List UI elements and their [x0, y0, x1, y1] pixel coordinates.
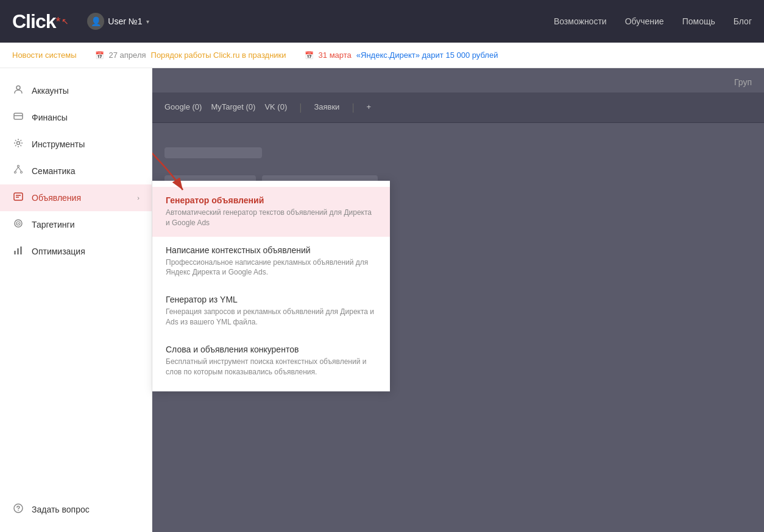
sidebar-item-semantics[interactable]: Семантика — [0, 158, 152, 184]
targeting-icon — [12, 219, 24, 231]
sidebar: Аккаунты Финансы Инструменты — [0, 68, 152, 532]
user-menu-chevron-icon: ▾ — [146, 18, 149, 25]
optimization-icon — [12, 245, 24, 257]
top-nav-links: Возможности Обучение Помощь Блог — [554, 16, 752, 26]
dropdown-item-competitors[interactable]: Слова и объявления конкурентов Бесплатны… — [152, 336, 390, 386]
ads-chevron-icon: › — [137, 194, 140, 201]
main-layout: Аккаунты Финансы Инструменты — [0, 68, 764, 532]
content-header: Google (0) MyTarget (0) VK (0) | Заявки … — [152, 93, 764, 123]
svg-rect-9 — [14, 193, 23, 200]
dropdown-item-generator[interactable]: Генератор объявлений Автоматический гене… — [152, 187, 390, 237]
nav-learning[interactable]: Обучение — [625, 16, 664, 26]
dropdown-item-generator-title: Генератор объявлений — [166, 195, 377, 205]
news-link-1[interactable]: Порядок работы Click.ru в праздники — [151, 51, 286, 60]
news-bar: Новости системы 📅 27 апреля Порядок рабо… — [0, 43, 764, 68]
sidebar-bottom-section: Задать вопрос — [0, 496, 152, 523]
svg-line-8 — [18, 167, 21, 172]
dropdown-item-writing[interactable]: Написание контекстных объявлений Професс… — [152, 237, 390, 287]
sidebar-item-tools[interactable]: Инструменты — [0, 131, 152, 158]
content-row-1 — [164, 147, 752, 163]
logo-cursor-icon: ↖ — [62, 16, 69, 26]
nav-blog[interactable]: Блог — [734, 16, 752, 26]
user-menu[interactable]: 👤 User №1 ▾ — [87, 13, 149, 30]
user-name: User №1 — [108, 16, 142, 26]
calendar-icon-1: 📅 — [95, 51, 104, 60]
ads-icon — [12, 192, 24, 204]
svg-rect-15 — [14, 251, 16, 254]
tools-icon — [12, 138, 24, 150]
news-link-2[interactable]: «Яндекс.Директ» дарит 15 000 рублей — [356, 51, 498, 60]
dropdown-menu: Генератор объявлений Автоматический гене… — [152, 181, 390, 391]
logo-asterisk: * — [55, 15, 60, 29]
finances-icon — [12, 111, 24, 124]
dropdown-item-yml[interactable]: Генератор из YML Генерация запросов и ре… — [152, 286, 390, 336]
dropdown-item-generator-desc: Автоматический генератор текстов объявле… — [166, 208, 377, 228]
news-date-2: 31 марта — [319, 51, 352, 60]
sidebar-item-ads[interactable]: Объявления › — [0, 184, 152, 211]
svg-line-7 — [15, 167, 18, 172]
logo-text: Click — [12, 10, 55, 33]
sidebar-item-accounts[interactable]: Аккаунты — [0, 77, 152, 104]
tab-separator: | — [299, 102, 302, 113]
sidebar-item-ask-question[interactable]: Задать вопрос — [0, 496, 152, 523]
user-avatar-icon: 👤 — [87, 13, 104, 30]
svg-point-19 — [18, 510, 19, 511]
svg-point-5 — [15, 172, 16, 173]
top-navigation: Click* ↖ 👤 User №1 ▾ Возможности Обучени… — [0, 0, 764, 43]
dropdown-item-competitors-title: Слова и объявления конкурентов — [166, 345, 377, 354]
svg-point-6 — [21, 172, 23, 173]
svg-point-14 — [18, 223, 19, 224]
blur-block — [164, 147, 262, 158]
dropdown-item-yml-desc: Генерация запросов и рекламных объявлени… — [166, 307, 377, 327]
news-item-2: 📅 31 марта «Яндекс.Директ» дарит 15 000 … — [305, 51, 498, 60]
news-date-1: 27 апреля — [109, 51, 146, 60]
question-icon — [12, 503, 24, 516]
dropdown-item-writing-desc: Профессиональное написание рекламных объ… — [166, 257, 377, 278]
news-bar-label: Новости системы — [12, 51, 77, 60]
sidebar-label-semantics: Семантика — [32, 166, 76, 176]
tab-vk[interactable]: VK (0) — [264, 100, 287, 115]
sidebar-label-ask-question: Задать вопрос — [32, 505, 90, 514]
dropdown-item-yml-title: Генератор из YML — [166, 295, 377, 304]
logo[interactable]: Click* ↖ — [12, 10, 69, 33]
dropdown-item-writing-title: Написание контекстных объявлений — [166, 245, 377, 255]
tab-mytarget[interactable]: MyTarget (0) — [211, 100, 255, 115]
sidebar-label-ads: Объявления — [32, 193, 81, 203]
sidebar-label-optimization: Оптимизация — [32, 247, 85, 256]
nav-features[interactable]: Возможности — [554, 16, 607, 26]
nav-help[interactable]: Помощь — [682, 16, 715, 26]
svg-rect-1 — [14, 113, 23, 119]
svg-point-3 — [17, 142, 20, 145]
tab-add-separator: | — [352, 102, 354, 113]
tab-add-icon[interactable]: + — [367, 100, 372, 115]
semantics-icon — [12, 165, 24, 177]
sidebar-item-targeting[interactable]: Таргетинги — [0, 211, 152, 238]
sidebar-item-optimization[interactable]: Оптимизация — [0, 238, 152, 265]
sidebar-label-accounts: Аккаунты — [32, 86, 69, 96]
sidebar-label-tools: Инструменты — [32, 139, 85, 149]
svg-point-4 — [18, 166, 19, 167]
tab-orders[interactable]: Заявки — [314, 100, 339, 115]
svg-rect-16 — [17, 248, 19, 254]
dropdown-item-competitors-desc: Бесплатный инструмент поиска контекстных… — [166, 357, 377, 377]
accounts-icon — [12, 85, 24, 97]
tab-google[interactable]: Google (0) — [164, 100, 202, 115]
svg-rect-17 — [20, 247, 22, 254]
group-label: Груп — [734, 77, 752, 87]
calendar-icon-2: 📅 — [305, 51, 314, 60]
sidebar-label-targeting: Таргетинги — [32, 220, 75, 229]
news-item-1: 📅 27 апреля Порядок работы Click.ru в пр… — [95, 51, 286, 60]
svg-point-0 — [16, 86, 20, 89]
sidebar-item-finances[interactable]: Финансы — [0, 104, 152, 131]
sidebar-label-finances: Финансы — [32, 113, 68, 122]
